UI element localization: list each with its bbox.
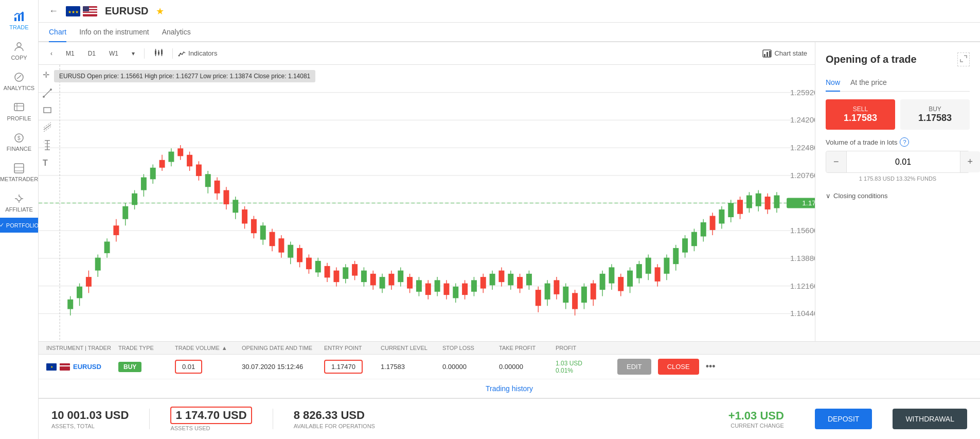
crosshair-tool[interactable]: ✛ [43,70,52,80]
volume-section: Volume of a trade in lots ? − + 1 175.83… [826,137,970,182]
svg-rect-10 [14,164,24,173]
svg-rect-126 [361,271,367,282]
col-header-entry: ENTRY POINT [324,345,381,351]
trade-tab-now[interactable]: Now [826,74,840,92]
deposit-button[interactable]: DEPOSIT [815,409,872,429]
metatrader-icon [13,162,25,174]
closing-conditions[interactable]: ∨ Closing conditions [826,189,970,202]
svg-rect-76 [132,194,137,205]
available-label: AVAILABLE FOR OPERATIONS [294,423,375,429]
svg-rect-156 [498,271,504,282]
svg-rect-110 [288,245,293,258]
close-trade-button[interactable]: CLOSE [658,359,699,375]
svg-rect-78 [141,178,147,190]
svg-rect-100 [242,209,247,223]
trading-history-row[interactable]: Trading history [39,379,980,398]
portfolio-header: INSTRUMENT | TRADER TRADE TYPE TRADE VOL… [39,342,980,355]
trade-stop-loss: 0.00000 [442,363,499,371]
timeframe-w1-btn[interactable]: W1 [105,48,122,59]
volume-input-row: − + [826,151,970,173]
volume-decrease-button[interactable]: − [826,151,847,172]
volume-input[interactable] [847,152,960,172]
top-bar: ← ★★★ EURUSD [39,0,980,23]
edit-button[interactable]: EDIT [617,359,651,375]
sidebar-item-affiliate[interactable]: AFFILIATE [0,187,38,218]
assets-used-value: 1 174.70 USD [170,407,252,424]
toolbar-separator-2 [172,48,173,59]
sell-button[interactable]: SELL 1.17583 [826,99,895,130]
trade-volume: 0.01 [175,360,242,374]
svg-rect-132 [388,274,394,285]
timeframe-d1-btn[interactable]: D1 [84,48,100,59]
more-options-button[interactable]: ••• [706,361,716,372]
tab-info[interactable]: Info on the instrument [79,23,149,42]
chart-type-btn[interactable] [150,46,167,60]
help-icon[interactable]: ? [900,137,909,147]
change-label: CURRENT CHANGE [730,423,784,429]
svg-line-217 [44,90,51,97]
panel-resize-button[interactable] [957,52,970,66]
svg-text:1.17583: 1.17583 [802,200,815,207]
sidebar-item-trade[interactable]: TRADE [0,5,38,36]
svg-rect-196 [682,238,688,252]
volume-increase-button[interactable]: + [960,151,980,172]
chart-state-icon [762,49,772,58]
sidebar-item-copy[interactable]: COPY [0,36,38,66]
assets-used-stat: 1 174.70 USD ASSETS USED [170,407,252,431]
svg-rect-142 [435,280,440,291]
svg-rect-94 [215,181,220,194]
timeframe-m1-btn[interactable]: M1 [62,48,79,59]
sidebar-item-profile[interactable]: PROFILE [0,96,38,127]
fib-tool[interactable]: ↓ [43,139,52,152]
svg-text:1.10440: 1.10440 [790,310,815,318]
svg-text:1.12160: 1.12160 [790,282,815,290]
indicators-label: Indicators [188,49,217,57]
sell-label: SELL [832,106,889,113]
rect-tool[interactable] [43,106,52,116]
text-tool[interactable]: T [43,159,52,168]
back-button[interactable]: ← [49,6,58,16]
sidebar-item-portfolio[interactable]: ✓ PORTFOLIO [0,218,38,233]
svg-rect-188 [646,258,651,274]
profit-pct: 0.01% [556,367,617,374]
sidebar-item-label: PROFILE [7,115,31,121]
col-header-tradetype: TRADE TYPE [118,345,175,351]
timeframe-dropdown-btn[interactable]: ▾ [128,48,139,59]
svg-rect-68 [95,258,101,271]
trade-tab-at-price[interactable]: At the price [850,74,887,92]
candlestick-chart: 1.25920 1.24200 1.22480 1.20760 1.19040 … [39,65,815,341]
svg-rect-84 [168,152,174,162]
svg-rect-116 [315,261,321,272]
tab-analytics[interactable]: Analytics [162,23,191,42]
svg-text:$: $ [17,135,21,141]
svg-rect-120 [333,271,339,282]
svg-rect-72 [113,225,119,235]
trade-opendate: 30.07.2020 15:12:46 [242,363,324,371]
svg-rect-92 [205,174,211,187]
instrument-name: EURUSD [105,5,148,17]
svg-rect-22 [83,13,97,14]
tab-chart[interactable]: Chart [49,23,66,42]
sidebar-item-metatrader[interactable]: METATRADER [0,157,38,187]
buy-button[interactable]: BUY 1.17583 [900,99,970,130]
svg-point-3 [17,43,21,47]
channels-tool[interactable] [43,122,52,133]
indicators-btn[interactable]: Indicators [178,49,217,58]
svg-rect-160 [517,277,523,288]
favorite-star-icon[interactable]: ★ [156,6,164,17]
svg-rect-2 [22,12,24,21]
change-stat: +1.03 USD CURRENT CHANGE [728,409,784,429]
svg-rect-184 [627,271,633,287]
volume-info: 1 175.83 USD 13.32% FUNDS [826,175,970,182]
sidebar-item-finance[interactable]: $ FINANCE [0,127,38,157]
line-tool[interactable] [43,89,52,99]
svg-text:1.15600: 1.15600 [790,227,815,235]
withdrawal-button[interactable]: WITHDRAWAL [893,409,967,429]
sidebar-item-analytics[interactable]: ANALYTICS [0,66,38,96]
svg-rect-30 [161,50,163,55]
bottom-bar: 10 001.03 USD ASSETS, TOTAL 1 174.70 USD… [39,398,980,439]
svg-rect-5 [14,103,24,111]
chart-state-btn[interactable]: Chart state [762,49,807,58]
stat-divider-1 [149,409,150,429]
collapse-chart-btn[interactable]: ‹ [46,48,57,59]
